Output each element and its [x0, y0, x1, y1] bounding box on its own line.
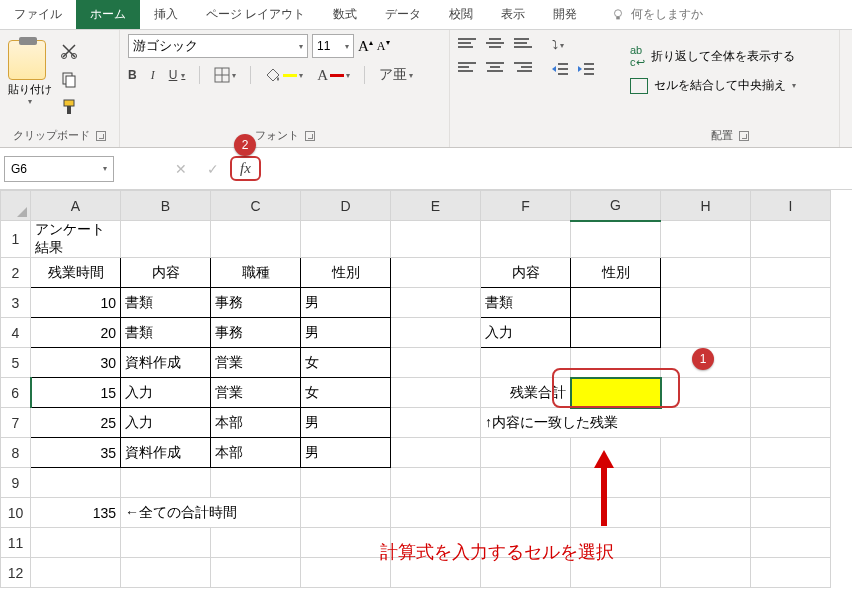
decrease-font-icon[interactable]: A▾: [377, 38, 390, 55]
col-F[interactable]: F: [481, 191, 571, 221]
wrap-text-button[interactable]: abc↩ 折り返して全体を表示する: [628, 40, 831, 73]
tab-formulas[interactable]: 数式: [319, 0, 371, 29]
row-7[interactable]: 7: [1, 408, 31, 438]
format-painter-icon[interactable]: [60, 98, 78, 116]
font-color-button[interactable]: A▾: [317, 67, 350, 84]
align-left-icon[interactable]: [458, 62, 476, 76]
grid[interactable]: A B C D E F G H I 1 アンケート結果 2 残業時間 内容 職種…: [0, 190, 831, 588]
cell-C7[interactable]: 本部: [211, 408, 301, 438]
name-box[interactable]: G6▾: [4, 156, 114, 182]
cell-D8[interactable]: 男: [301, 438, 391, 468]
cell-D2[interactable]: 性別: [301, 258, 391, 288]
font-size-select[interactable]: 11▾: [312, 34, 354, 58]
cell-D7[interactable]: 男: [301, 408, 391, 438]
col-I[interactable]: I: [751, 191, 831, 221]
cell-B5[interactable]: 資料作成: [121, 348, 211, 378]
cancel-formula-icon[interactable]: ✕: [166, 156, 196, 182]
row-1[interactable]: 1: [1, 221, 31, 258]
align-center-icon[interactable]: [486, 62, 504, 76]
cell-B10[interactable]: ←全ての合計時間: [121, 498, 301, 528]
cell-A8[interactable]: 35: [31, 438, 121, 468]
cell-D4[interactable]: 男: [301, 318, 391, 348]
cell-A10[interactable]: 135: [31, 498, 121, 528]
copy-icon[interactable]: [60, 70, 78, 88]
cell-A1[interactable]: アンケート結果: [31, 221, 121, 258]
cell-G2[interactable]: 性別: [571, 258, 661, 288]
tab-pagelayout[interactable]: ページ レイアウト: [192, 0, 319, 29]
cell-B2[interactable]: 内容: [121, 258, 211, 288]
cell-F2[interactable]: 内容: [481, 258, 571, 288]
underline-button[interactable]: U▾: [169, 68, 186, 82]
align-middle-icon[interactable]: [486, 38, 504, 52]
increase-indent-icon[interactable]: [578, 62, 594, 76]
cell-F7[interactable]: ↑内容に一致した残業: [481, 408, 751, 438]
cell-A2[interactable]: 残業時間: [31, 258, 121, 288]
alignment-dialog-launcher[interactable]: [739, 131, 749, 141]
row-12[interactable]: 12: [1, 558, 31, 588]
col-D[interactable]: D: [301, 191, 391, 221]
row-6[interactable]: 6: [1, 378, 31, 408]
col-C[interactable]: C: [211, 191, 301, 221]
cell-G6-active[interactable]: [571, 378, 661, 408]
cell-F4[interactable]: 入力: [481, 318, 571, 348]
cell-C3[interactable]: 事務: [211, 288, 301, 318]
cell-D6[interactable]: 女: [301, 378, 391, 408]
cell-C6[interactable]: 営業: [211, 378, 301, 408]
cell-G3[interactable]: [571, 288, 661, 318]
col-E[interactable]: E: [391, 191, 481, 221]
cell-A5[interactable]: 30: [31, 348, 121, 378]
insert-function-button[interactable]: fx: [230, 156, 261, 181]
tab-file[interactable]: ファイル: [0, 0, 76, 29]
row-9[interactable]: 9: [1, 468, 31, 498]
increase-font-icon[interactable]: A▴: [358, 38, 373, 55]
tab-view[interactable]: 表示: [487, 0, 539, 29]
fill-color-button[interactable]: ▾: [265, 67, 303, 83]
row-3[interactable]: 3: [1, 288, 31, 318]
tab-developer[interactable]: 開発: [539, 0, 591, 29]
align-right-icon[interactable]: [514, 62, 532, 76]
borders-button[interactable]: ▾: [214, 67, 236, 83]
cell-A4[interactable]: 20: [31, 318, 121, 348]
cell-C4[interactable]: 事務: [211, 318, 301, 348]
italic-button[interactable]: I: [151, 68, 155, 83]
col-A[interactable]: A: [31, 191, 121, 221]
accept-formula-icon[interactable]: ✓: [198, 156, 228, 182]
col-H[interactable]: H: [661, 191, 751, 221]
cell-G4[interactable]: [571, 318, 661, 348]
tab-data[interactable]: データ: [371, 0, 435, 29]
tell-me-search[interactable]: 何をしますか: [611, 0, 703, 29]
row-2[interactable]: 2: [1, 258, 31, 288]
cell-B8[interactable]: 資料作成: [121, 438, 211, 468]
cell-A6[interactable]: 15: [31, 378, 121, 408]
font-dialog-launcher[interactable]: [305, 131, 315, 141]
row-11[interactable]: 11: [1, 528, 31, 558]
col-G[interactable]: G: [571, 191, 661, 221]
select-all-button[interactable]: [1, 191, 31, 221]
cell-B3[interactable]: 書類: [121, 288, 211, 318]
tab-review[interactable]: 校閲: [435, 0, 487, 29]
row-8[interactable]: 8: [1, 438, 31, 468]
phonetic-button[interactable]: ア亜▾: [379, 66, 413, 84]
formula-bar-input[interactable]: [267, 156, 848, 182]
tab-insert[interactable]: 挿入: [140, 0, 192, 29]
cell-B6[interactable]: 入力: [121, 378, 211, 408]
cell-A7[interactable]: 25: [31, 408, 121, 438]
row-5[interactable]: 5: [1, 348, 31, 378]
align-bottom-icon[interactable]: [514, 38, 532, 52]
paste-button[interactable]: 貼り付け ▾: [8, 40, 52, 106]
decrease-indent-icon[interactable]: [552, 62, 568, 76]
cell-C8[interactable]: 本部: [211, 438, 301, 468]
cell-D3[interactable]: 男: [301, 288, 391, 318]
cell-C5[interactable]: 営業: [211, 348, 301, 378]
col-B[interactable]: B: [121, 191, 211, 221]
orientation-button[interactable]: ⤵▾: [552, 38, 564, 52]
align-top-icon[interactable]: [458, 38, 476, 52]
cell-F3[interactable]: 書類: [481, 288, 571, 318]
merge-center-button[interactable]: セルを結合して中央揃え ▾: [628, 73, 831, 98]
tab-home[interactable]: ホーム: [76, 0, 140, 29]
row-4[interactable]: 4: [1, 318, 31, 348]
cell-B4[interactable]: 書類: [121, 318, 211, 348]
font-name-select[interactable]: 游ゴシック▾: [128, 34, 308, 58]
bold-button[interactable]: B: [128, 68, 137, 82]
cut-icon[interactable]: [60, 42, 78, 60]
